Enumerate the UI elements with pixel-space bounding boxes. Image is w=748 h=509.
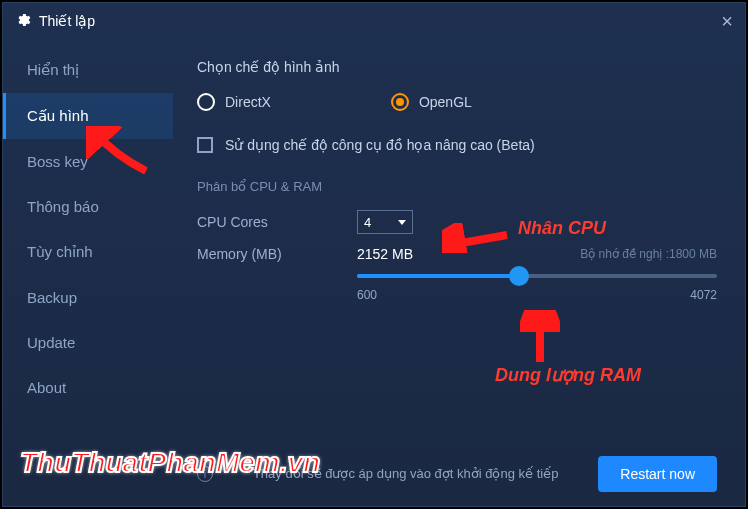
radio-label: DirectX xyxy=(225,94,271,110)
sidebar-item-backup[interactable]: Backup xyxy=(3,275,173,320)
chevron-down-icon xyxy=(398,220,406,225)
gear-icon xyxy=(15,12,31,31)
memory-recommend: Bộ nhớ đề nghị :1800 MB xyxy=(580,247,717,261)
sidebar-item-display[interactable]: Hiển thị xyxy=(3,47,173,93)
advanced-graphics-row[interactable]: Sử dụng chế độ công cụ đồ họa nâng cao (… xyxy=(197,137,717,153)
sidebar-item-update[interactable]: Update xyxy=(3,320,173,365)
restart-button[interactable]: Restart now xyxy=(598,456,717,492)
memory-row: Memory (MB) 2152 MB Bộ nhớ đề nghị :1800… xyxy=(197,246,717,262)
cpu-cores-row: CPU Cores 4 xyxy=(197,210,717,234)
settings-window: Thiết lập × Hiển thị Cấu hình Boss key T… xyxy=(2,2,746,507)
graphics-radio-group: DirectX OpenGL xyxy=(197,93,717,111)
sidebar-item-custom[interactable]: Tùy chỉnh xyxy=(3,229,173,275)
close-icon[interactable]: × xyxy=(721,10,733,33)
memory-slider[interactable] xyxy=(357,274,717,278)
sidebar-item-about[interactable]: About xyxy=(3,365,173,410)
slider-track xyxy=(357,274,717,278)
cpu-cores-select[interactable]: 4 xyxy=(357,210,413,234)
window-title: Thiết lập xyxy=(39,13,95,29)
slider-fill xyxy=(357,274,519,278)
memory-label: Memory (MB) xyxy=(197,246,357,262)
content-pane: Chọn chế độ hình ảnh DirectX OpenGL Sử d… xyxy=(173,39,745,506)
titlebar: Thiết lập × xyxy=(3,3,745,39)
sidebar-item-notify[interactable]: Thông báo xyxy=(3,184,173,229)
radio-directx[interactable]: DirectX xyxy=(197,93,271,111)
radio-icon xyxy=(197,93,215,111)
checkbox-icon[interactable] xyxy=(197,137,213,153)
slider-range-labels: 600 4072 xyxy=(357,288,717,302)
radio-icon xyxy=(391,93,409,111)
slider-max: 4072 xyxy=(690,288,717,302)
radio-opengl[interactable]: OpenGL xyxy=(391,93,472,111)
alloc-title: Phân bổ CPU & RAM xyxy=(197,179,717,194)
radio-label: OpenGL xyxy=(419,94,472,110)
cpu-value: 4 xyxy=(364,215,371,230)
window-body: Hiển thị Cấu hình Boss key Thông báo Tùy… xyxy=(3,39,745,506)
sidebar-item-config[interactable]: Cấu hình xyxy=(3,93,173,139)
sidebar-item-bosskey[interactable]: Boss key xyxy=(3,139,173,184)
slider-thumb[interactable] xyxy=(509,266,529,286)
checkbox-label: Sử dụng chế độ công cụ đồ họa nâng cao (… xyxy=(225,137,535,153)
memory-value: 2152 MB xyxy=(357,246,413,262)
sidebar: Hiển thị Cấu hình Boss key Thông báo Tùy… xyxy=(3,39,173,506)
graphics-mode-title: Chọn chế độ hình ảnh xyxy=(197,59,717,75)
slider-min: 600 xyxy=(357,288,377,302)
cpu-label: CPU Cores xyxy=(197,214,357,230)
watermark: ThuThuatPhanMem.vn xyxy=(20,447,320,479)
